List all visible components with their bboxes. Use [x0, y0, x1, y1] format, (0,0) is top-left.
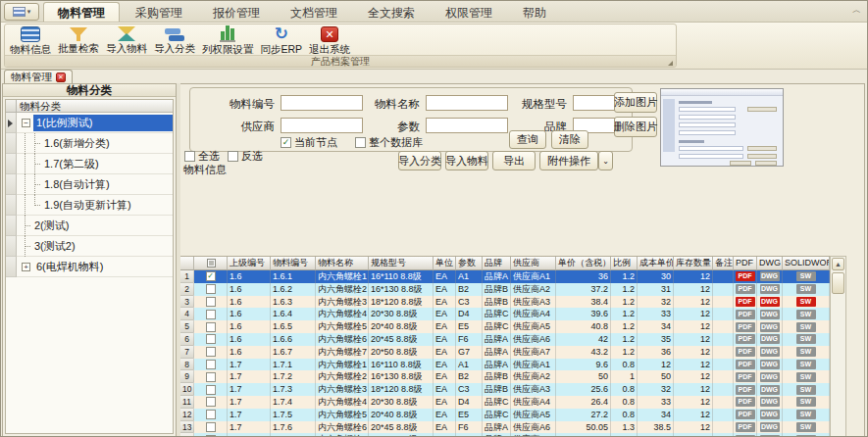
cell-pdf[interactable]: PDF [734, 359, 757, 371]
table-row[interactable]: 71.61.6.7内六角螺栓720*50 8.8级EAG7品牌A供应商A743.… [180, 346, 830, 359]
column-header-spec[interactable]: 规格型号 [369, 257, 434, 270]
attachment-dropdown-icon[interactable]: ⌄ [598, 151, 613, 170]
sw-badge[interactable]: SW [796, 372, 816, 382]
cell-cb[interactable] [194, 308, 228, 320]
dwg-badge[interactable]: DWG [760, 284, 780, 294]
sw-badge[interactable]: SW [796, 310, 816, 319]
cell-pdf[interactable]: PDF [734, 370, 757, 383]
column-header-sw[interactable]: SOLIDWORKS [783, 257, 830, 270]
cell-cb[interactable] [194, 396, 228, 409]
sw-badge[interactable]: SW [796, 334, 816, 344]
cell-sw[interactable]: SW [783, 370, 830, 383]
pdf-badge[interactable]: PDF [736, 347, 755, 357]
column-header-parent[interactable]: 上级编号 [228, 257, 271, 270]
cell-cb[interactable] [194, 383, 228, 396]
tree-node[interactable]: +6(电焊机物料) [17, 257, 173, 277]
row-checkbox[interactable] [206, 410, 216, 419]
dwg-badge[interactable]: DWG [760, 310, 780, 319]
sw-badge[interactable]: SW [796, 284, 816, 294]
add-image-button[interactable]: 添加图片 [614, 92, 657, 113]
dwg-badge[interactable]: DWG [760, 397, 780, 407]
pdf-badge[interactable]: PDF [736, 422, 755, 432]
sw-badge[interactable]: SW [796, 297, 816, 307]
tree-node[interactable]: 1.6(新增分类) [17, 133, 173, 154]
sw-badge[interactable]: SW [796, 271, 816, 281]
tab-purchase-mgmt[interactable]: 采购管理 [121, 2, 197, 22]
column-header-unit[interactable]: 单位 [434, 257, 456, 270]
dwg-badge[interactable]: DWG [760, 334, 780, 344]
cell-sw[interactable]: SW [783, 270, 830, 283]
column-header-dwg[interactable]: DWG [757, 257, 783, 270]
cell-pdf[interactable]: PDF [734, 283, 757, 296]
tree-row-header[interactable] [6, 216, 17, 236]
cell-dwg[interactable]: DWG [757, 296, 783, 309]
tree-row-header[interactable] [6, 113, 17, 133]
row-checkbox[interactable] [206, 284, 216, 294]
table-row[interactable]: 121.71.7.5内六角螺栓520*40 8.8级EAE5品牌C供应商A527… [180, 409, 830, 421]
export-button[interactable]: 导出 [492, 151, 536, 170]
cell-dwg[interactable]: DWG [757, 409, 783, 421]
tree-node[interactable]: 1.8(自动计算) [17, 174, 173, 195]
cell-pdf[interactable]: PDF [734, 421, 757, 434]
column-header-code[interactable]: 物料编号 [271, 257, 316, 270]
tool-import-material[interactable]: 导入物料 [103, 25, 150, 56]
cell-sw[interactable]: SW [783, 320, 830, 333]
tab-help[interactable]: 帮助 [508, 2, 561, 22]
sw-badge[interactable]: SW [796, 397, 816, 407]
tree-node[interactable]: 1.7(第二级) [17, 154, 173, 174]
cell-sw[interactable]: SW [783, 409, 830, 421]
app-menu-button[interactable]: ▾ [4, 3, 39, 21]
cell-dwg[interactable]: DWG [757, 370, 783, 383]
pdf-badge[interactable]: PDF [736, 360, 755, 369]
tool-batch-search[interactable]: 批量检索 [55, 25, 102, 56]
cell-pdf[interactable]: PDF [734, 320, 757, 333]
cell-sw[interactable]: SW [783, 333, 830, 346]
tool-exit-system[interactable]: ✕退出系统 [306, 25, 353, 56]
tree-node[interactable]: 2(测试) [17, 216, 173, 236]
material-code-input[interactable] [281, 95, 363, 111]
column-header-stock[interactable]: 库存数量 [674, 257, 713, 270]
pdf-badge[interactable]: PDF [736, 397, 755, 407]
row-checkbox[interactable] [206, 422, 216, 432]
table-row[interactable]: 61.61.6.6内六角螺栓620*45 8.8级EAF6品牌A供应商A6421… [180, 333, 830, 346]
current-node-checkbox[interactable]: ✓ 当前节点 [281, 135, 337, 150]
tool-import-category[interactable]: 导入分类 [151, 25, 198, 56]
cell-cb[interactable] [194, 283, 228, 296]
sw-badge[interactable]: SW [796, 347, 816, 357]
query-button[interactable]: 查询 [509, 130, 546, 149]
invert-select-checkbox[interactable]: 反选 [228, 149, 263, 164]
dwg-badge[interactable]: DWG [760, 422, 780, 432]
tree-node-label[interactable]: 1.7(第二级) [41, 156, 102, 172]
cell-dwg[interactable]: DWG [757, 396, 783, 409]
row-checkbox[interactable] [206, 322, 216, 332]
column-header-note[interactable]: 备注 [713, 257, 734, 270]
cell-cb[interactable] [194, 370, 228, 383]
dwg-badge[interactable]: DWG [760, 385, 780, 395]
table-row[interactable]: 31.61.6.3内六角螺栓318*120 8.8级EAC3品牌B供应商A338… [180, 296, 830, 309]
tree-row-header[interactable] [6, 257, 17, 277]
sw-badge[interactable]: SW [796, 385, 816, 395]
cell-dwg[interactable]: DWG [757, 283, 783, 296]
cell-dwg[interactable]: DWG [757, 421, 783, 434]
cell-sw[interactable]: SW [783, 296, 830, 309]
cell-pdf[interactable]: PDF [734, 433, 757, 437]
collapse-icon[interactable]: − [22, 119, 30, 127]
column-header-brand[interactable]: 品牌 [483, 257, 511, 270]
cell-pdf[interactable]: PDF [734, 296, 757, 309]
document-tab-material[interactable]: 物料管理 ✕ [4, 70, 73, 83]
cell-dwg[interactable]: DWG [757, 383, 783, 396]
tree-node[interactable]: 1.9(自动更新计算) [17, 195, 173, 216]
tree-node[interactable]: −1(比例测试) [17, 113, 173, 133]
close-tab-icon[interactable]: ✕ [56, 73, 66, 82]
row-checkbox[interactable] [206, 360, 216, 369]
dwg-badge[interactable]: DWG [760, 271, 780, 281]
table-row[interactable]: 111.71.7.4内六角螺栓420*30 8.8级EAD4品牌C供应商A426… [180, 396, 830, 409]
table-vertical-scrollbar[interactable]: ▲ ▼ [830, 256, 846, 437]
tree-row-header[interactable] [6, 154, 17, 174]
sw-badge[interactable]: SW [796, 360, 816, 369]
cell-sw[interactable]: SW [783, 308, 830, 320]
column-header-supplier[interactable]: 供应商 [511, 257, 556, 270]
table-row[interactable]: 81.71.7.1内六角螺栓116*110 8.8级EAA1品牌A供应商A19.… [180, 359, 830, 371]
cell-dwg[interactable]: DWG [757, 359, 783, 371]
cell-dwg[interactable]: DWG [757, 308, 783, 320]
